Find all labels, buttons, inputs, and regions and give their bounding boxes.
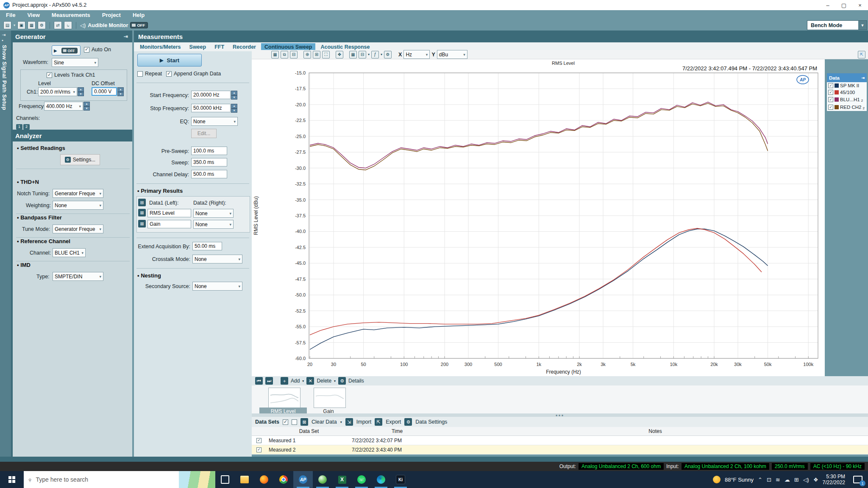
import-label[interactable]: Import [356, 419, 371, 425]
ch1-level-stepper[interactable]: ▲▼ [78, 87, 84, 96]
result-row2-right[interactable]: None▾ [193, 220, 234, 229]
tray-wifi-icon[interactable]: ≋ [776, 477, 780, 483]
channel-buttons[interactable]: 12 [16, 122, 31, 130]
frequency-stepper[interactable]: ▲▼ [83, 102, 90, 111]
tab-monitors-meters[interactable]: Monitors/Meters [136, 43, 184, 51]
tune-mode-select[interactable]: Generator Freque▾ [53, 225, 103, 233]
whatsapp-icon[interactable]: ☏ [352, 471, 371, 488]
copy-graph-icon[interactable]: ⧉ [281, 51, 288, 58]
tray-chevron-icon[interactable]: ⌃ [758, 477, 762, 483]
file-explorer-icon[interactable] [235, 471, 254, 488]
ch1-level-input[interactable]: 200.0 mVrms▾ [38, 87, 77, 96]
start-frequency-stepper[interactable]: ▲▼ [231, 91, 237, 100]
start-frequency-input[interactable]: 20.0000 Hz [191, 91, 231, 99]
y-unit-select[interactable]: dBu▾ [437, 50, 467, 59]
edge-icon[interactable] [371, 471, 391, 488]
export-icon[interactable]: ⇱ [375, 418, 382, 426]
stop-frequency-stepper[interactable]: ▲▼ [231, 104, 237, 113]
tray-teams-icon[interactable]: ⊡ [767, 477, 771, 483]
delete-result-icon[interactable]: ✕ [306, 377, 314, 385]
new-project-icon[interactable]: ▤ [3, 21, 11, 29]
tray-volume-icon[interactable]: ◁) [803, 477, 809, 483]
menu-help[interactable]: Help [133, 12, 145, 18]
cursor-icon[interactable]: ⊟ [359, 51, 366, 58]
result-row1-right[interactable]: None▾ [193, 209, 234, 218]
start-button[interactable]: ▶Start [137, 54, 202, 67]
export-label[interactable]: Export [386, 419, 401, 425]
crosstalk-select[interactable]: None▾ [192, 255, 242, 263]
tab-acoustic-response[interactable]: Acoustic Response [317, 43, 373, 51]
data-settings-icon[interactable]: ⚙ [404, 418, 412, 426]
append-graph-checkbox[interactable]: Append Graph Data [166, 71, 221, 77]
bench-mode-arrow-icon[interactable]: ▼ [858, 21, 867, 30]
legend-item[interactable]: RED CH22 [827, 103, 867, 111]
result-row1-left[interactable]: RMS Level [147, 209, 191, 217]
generator-on-off-button[interactable]: ▶ OFF [52, 45, 81, 55]
popout-icon[interactable]: ⇱ [858, 51, 865, 58]
repeat-checkbox[interactable]: Repeat [137, 71, 162, 77]
frequency-input[interactable]: 400.000 Hz▾ [44, 102, 83, 111]
menu-file[interactable]: File [6, 12, 15, 18]
task-view-icon[interactable] [215, 471, 235, 488]
tray-display-icon[interactable]: ⊞ [794, 477, 799, 483]
function-icon[interactable]: ƒ [371, 51, 379, 58]
notch-tuning-select[interactable]: Generator Freque▾ [53, 189, 103, 198]
dc-offset-stepper[interactable]: ▲▼ [117, 87, 124, 96]
bench-mode-select[interactable]: Bench Mode ▼ [807, 20, 867, 30]
apx500-app-icon[interactable]: AP [293, 471, 313, 488]
auto-on-checkbox[interactable]: Auto On [84, 47, 111, 53]
chrome-icon[interactable] [274, 471, 293, 488]
rms-level-graph[interactable]: RMS Level 7/22/2022 3:42:07.494 PM - 7/2… [252, 59, 825, 377]
add-result-label[interactable]: Add [291, 378, 300, 384]
last-result-icon[interactable]: ⏭ [265, 377, 273, 385]
thumbnail-rms-level[interactable] [268, 388, 300, 408]
tab-sweep[interactable]: Sweep [186, 43, 210, 51]
firefox-icon[interactable] [254, 471, 274, 488]
fit-icon[interactable]: ⊞ [313, 51, 320, 58]
levels-track-checkbox[interactable]: Levels Track Ch1 [47, 72, 95, 78]
expand-icon[interactable]: ⛶ [322, 51, 330, 58]
taskbar-clock[interactable]: 5:30 PM7/22/2022 [823, 474, 845, 485]
uncheck-all-icon[interactable] [292, 419, 297, 425]
menu-project[interactable]: Project [102, 12, 121, 18]
save-project-icon[interactable]: ▦ [28, 21, 36, 29]
eq-select[interactable]: None▾ [191, 117, 238, 126]
output-config-value[interactable]: Analog Unbalanced 2 Ch, 600 ohm [579, 463, 664, 470]
waveform-select[interactable]: Sine▾ [52, 58, 98, 67]
maximize-button[interactable]: ▢ [836, 0, 852, 10]
result-row2-left[interactable]: Gain [147, 220, 191, 228]
meter-icon[interactable]: ꭎ [64, 21, 72, 29]
signal-path-strip[interactable]: ⇥• Show Signal Path Setup [0, 30, 11, 457]
stop-frequency-input[interactable]: 50.0000 kHz [191, 104, 231, 112]
clear-data-label[interactable]: Clear Data [312, 419, 337, 425]
result-row1-icon[interactable]: ⊠ [138, 209, 146, 216]
legend-item[interactable]: 45/100 [827, 89, 867, 96]
clear-data-icon[interactable]: ⊠ [300, 418, 308, 426]
details-label[interactable]: Details [348, 378, 364, 384]
imd-type-select[interactable]: SMPTE/DIN▾ [53, 272, 103, 281]
extend-acquisition-input[interactable]: 50.00 ms [192, 242, 222, 250]
tray-onedrive-icon[interactable]: ☁ [785, 477, 790, 483]
export-graph-icon[interactable]: ⊟ [290, 51, 298, 58]
tab-recorder[interactable]: Recorder [229, 43, 259, 51]
minimize-button[interactable]: – [820, 0, 836, 10]
chart-canvas[interactable]: -15.0-17.5-20.0-22.5-25.0-27.5-30.0-32.5… [252, 59, 825, 377]
transfer-icon[interactable]: ⇄ [54, 21, 62, 29]
channel-delay-input[interactable]: 500.0 ms [191, 170, 227, 178]
generator-pin-icon[interactable]: ⇥ [124, 33, 128, 39]
add-result-icon[interactable]: ＋ [281, 377, 288, 385]
tab-continuous-sweep[interactable]: Continuous Sweep [261, 43, 316, 51]
eq-edit-button[interactable]: Edit... [191, 129, 217, 138]
menu-measurements[interactable]: Measurements [52, 12, 90, 18]
sweep-input[interactable]: 350.0 ms [191, 158, 227, 166]
x-unit-select[interactable]: Hz▾ [403, 50, 430, 59]
collapse-pin-icon[interactable]: ⇥• [2, 32, 6, 43]
tray-color-icon[interactable]: ❖ [813, 477, 818, 483]
green-sphere-app-icon[interactable] [313, 471, 332, 488]
secondary-source-select[interactable]: None▾ [192, 282, 242, 291]
close-button[interactable]: × [852, 0, 868, 10]
dc-offset-input[interactable]: 0.000 V [92, 87, 117, 96]
delete-result-label[interactable]: Delete [317, 378, 331, 384]
dataset-row[interactable]: Measured 2 7/22/2022 3:43:40 PM [252, 445, 868, 455]
legend-pin-icon[interactable]: ⇥ [861, 76, 865, 80]
